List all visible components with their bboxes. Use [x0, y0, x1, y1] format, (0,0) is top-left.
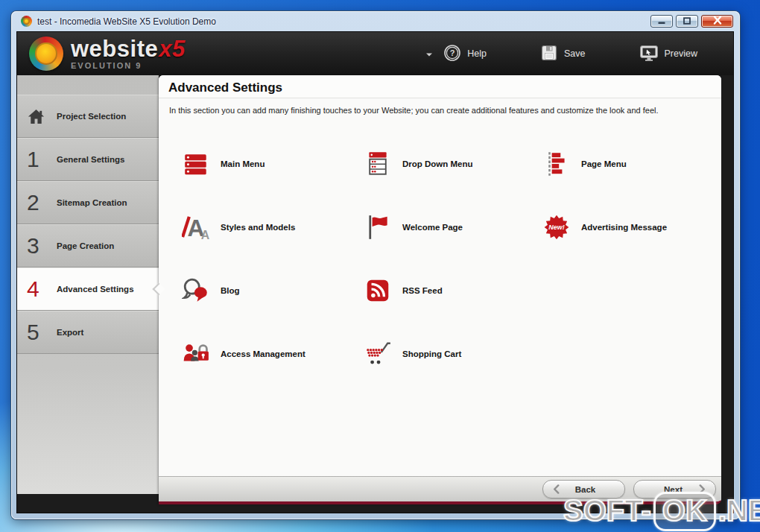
app-logo: websitex5 EVOLUTION 9 [29, 37, 186, 71]
edition-text: EVOLUTION 9 [71, 61, 186, 70]
sidebar-item-sitemap-creation[interactable]: 2 Sitemap Creation [17, 181, 159, 224]
sidebar-item-page-creation[interactable]: 3 Page Creation [17, 224, 159, 267]
feature-label: Styles and Models [221, 223, 295, 232]
window-title: test - Incomedia WebSite X5 Evolution De… [37, 16, 216, 27]
page-description: In this section you can add many finishi… [159, 98, 721, 115]
svg-text:?: ? [450, 48, 455, 57]
help-dropdown-caret[interactable] [425, 47, 433, 60]
app-icon [21, 16, 32, 27]
styles-models-icon: AA [181, 212, 211, 242]
preview-button[interactable]: Preview [639, 44, 697, 64]
logo-swirl-icon [29, 37, 63, 71]
save-label: Save [564, 48, 586, 59]
feature-access-management[interactable]: Access Management [181, 333, 363, 375]
step-number: 4 [27, 278, 54, 300]
feature-blog[interactable]: Blog [181, 270, 363, 311]
close-icon [712, 16, 723, 27]
help-label: Help [467, 48, 487, 59]
sidebar-item-advanced-settings[interactable]: 4 Advanced Settings [17, 267, 159, 311]
feature-label: Page Menu [581, 159, 627, 168]
feature-rss-feed[interactable]: RSS Feed [363, 270, 542, 311]
feature-label: Access Management [221, 349, 305, 358]
app-window: test - Incomedia WebSite X5 Evolution De… [11, 11, 740, 519]
welcome-page-icon [363, 212, 393, 242]
help-circle-icon: ? [443, 44, 461, 64]
step-number: 2 [27, 191, 54, 214]
sidebar-item-export[interactable]: 5 Export [17, 311, 159, 354]
svg-text:New!: New! [548, 224, 564, 231]
sidebar-item-general-settings[interactable]: 1 General Settings [17, 138, 159, 181]
advertising-message-icon: New! [542, 212, 571, 242]
step-label: Project Selection [57, 112, 126, 121]
shopping-cart-icon [363, 339, 393, 369]
feature-shopping-cart[interactable]: Shopping Cart [363, 333, 542, 375]
feature-label: Blog [221, 286, 240, 295]
minimize-button[interactable] [650, 15, 673, 28]
window-titlebar[interactable]: test - Incomedia WebSite X5 Evolution De… [11, 11, 740, 31]
feature-label: Shopping Cart [402, 349, 461, 358]
feature-drop-down-menu[interactable]: Drop Down Menu [363, 143, 542, 185]
floppy-disk-icon [540, 44, 558, 64]
sidebar-item-project-selection[interactable]: Project Selection [17, 95, 159, 138]
feature-label: Drop Down Menu [402, 159, 473, 168]
access-management-icon [181, 339, 211, 369]
help-button[interactable]: ? Help [443, 44, 487, 64]
main-menu-icon [181, 149, 211, 179]
feature-label: Main Menu [221, 159, 265, 168]
feature-advertising-message[interactable]: New! Advertising Message [542, 206, 721, 248]
blog-icon [181, 276, 211, 305]
feature-page-menu[interactable]: Page Menu [542, 143, 721, 185]
feature-main-menu[interactable]: Main Menu [181, 143, 363, 185]
step-label: Page Creation [57, 241, 114, 250]
brand-text: websitex5 [71, 37, 186, 60]
rss-feed-icon [363, 276, 393, 305]
features-grid: Main Menu Drop Down Menu Page Menu AA St… [181, 143, 721, 375]
content-panel: Advanced Settings In this section you ca… [159, 75, 721, 504]
step-number: 1 [27, 148, 54, 171]
close-button[interactable] [701, 15, 733, 28]
feature-welcome-page[interactable]: Welcome Page [363, 206, 542, 248]
drop-down-menu-icon [363, 149, 393, 179]
svg-text:A: A [201, 229, 210, 241]
app-frame: websitex5 EVOLUTION 9 ? Help Save Previe… [16, 31, 734, 513]
watermark: SOFT-OK.NET [563, 492, 760, 531]
feature-label: RSS Feed [402, 286, 443, 295]
page-title: Advanced Settings [159, 75, 721, 98]
feature-label: Advertising Message [581, 223, 667, 232]
caret-down-icon [425, 47, 433, 60]
home-icon [27, 107, 54, 126]
save-button[interactable]: Save [540, 44, 586, 64]
minimize-icon [657, 16, 666, 27]
step-label: Advanced Settings [57, 285, 134, 294]
preview-label: Preview [665, 48, 697, 59]
maximize-button[interactable] [676, 15, 698, 28]
sidebar: Project Selection 1 General Settings 2 S… [17, 75, 159, 494]
app-header: websitex5 EVOLUTION 9 ? Help Save Previe… [17, 32, 733, 75]
step-number: 5 [27, 321, 54, 343]
feature-styles-and-models[interactable]: AA Styles and Models [181, 206, 363, 248]
feature-label: Welcome Page [402, 223, 463, 232]
chevron-left-icon [543, 484, 560, 494]
window-controls [650, 15, 733, 28]
page-menu-icon [542, 149, 571, 179]
step-label: General Settings [57, 155, 124, 164]
header-actions: ? Help Save Preview [425, 44, 697, 64]
desktop-background: { "window": { "title": "test - Incomedia… [0, 0, 760, 532]
step-label: Export [57, 328, 83, 337]
monitor-icon [639, 44, 659, 64]
maximize-icon [683, 16, 691, 27]
step-number: 3 [27, 235, 54, 257]
step-label: Sitemap Creation [57, 198, 127, 207]
